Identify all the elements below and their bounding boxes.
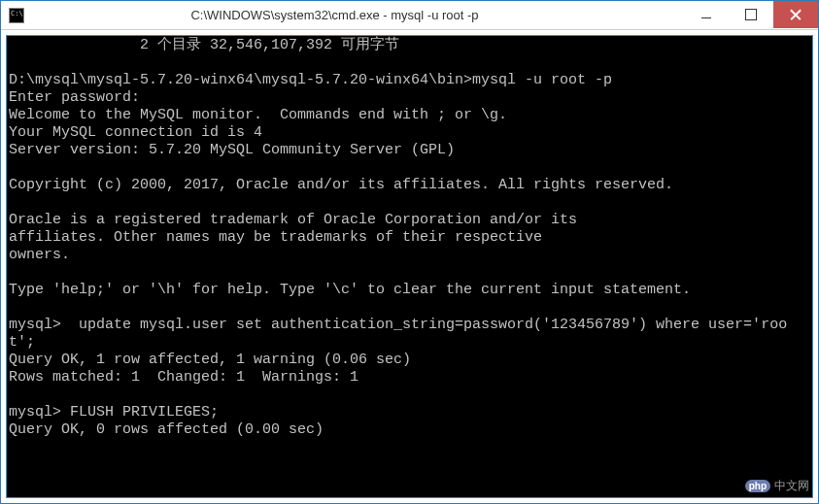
terminal-line: Rows matched: 1 Changed: 1 Warnings: 1 (9, 369, 810, 386)
terminal-line: mysql> update mysql.user set authenticat… (9, 317, 810, 352)
terminal-line: Welcome to the MySQL monitor. Commands e… (9, 107, 810, 124)
watermark: php 中文网 (745, 478, 809, 494)
terminal-line: Your MySQL connection id is 4 (9, 124, 810, 142)
client-area: 2 个目录 32,546,107,392 可用字节 D:\mysql\mysql… (1, 30, 818, 503)
terminal-line: Server version: 5.7.20 MySQL Community S… (9, 142, 810, 159)
terminal-line (9, 386, 810, 404)
terminal-line: 2 个目录 32,546,107,392 可用字节 (9, 37, 810, 54)
terminal-line: Copyright (c) 2000, 2017, Oracle and/or … (9, 177, 810, 194)
terminal-line (9, 54, 810, 72)
terminal-line: Type 'help;' or '\h' for help. Type '\c'… (9, 282, 810, 299)
terminal-line: affiliates. Other names may be trademark… (9, 229, 810, 247)
watermark-text: 中文网 (774, 478, 809, 494)
cmd-icon (9, 8, 24, 23)
titlebar[interactable]: C:\WINDOWS\system32\cmd.exe - mysql -u r… (1, 1, 818, 30)
maximize-button[interactable] (729, 1, 773, 28)
terminal-line (9, 299, 810, 317)
window-title: C:\WINDOWS\system32\cmd.exe - mysql -u r… (24, 8, 684, 22)
close-button[interactable] (773, 1, 818, 28)
terminal-line (9, 159, 810, 177)
terminal-line: Oracle is a registered trademark of Orac… (9, 212, 810, 229)
terminal-line: mysql> FLUSH PRIVILEGES; (9, 404, 810, 421)
terminal-output[interactable]: 2 个目录 32,546,107,392 可用字节 D:\mysql\mysql… (6, 35, 813, 498)
window-frame: C:\WINDOWS\system32\cmd.exe - mysql -u r… (0, 0, 819, 504)
watermark-badge: php (745, 480, 770, 492)
window-controls (684, 1, 818, 29)
terminal-line: Enter password: (9, 89, 810, 107)
terminal-line: D:\mysql\mysql-5.7.20-winx64\mysql-5.7.2… (9, 72, 810, 89)
terminal-line: owners. (9, 247, 810, 264)
minimize-button[interactable] (684, 1, 729, 28)
terminal-line: Query OK, 0 rows affected (0.00 sec) (9, 421, 810, 439)
terminal-line: Query OK, 1 row affected, 1 warning (0.0… (9, 352, 810, 369)
terminal-line (9, 264, 810, 282)
terminal-line (9, 194, 810, 212)
